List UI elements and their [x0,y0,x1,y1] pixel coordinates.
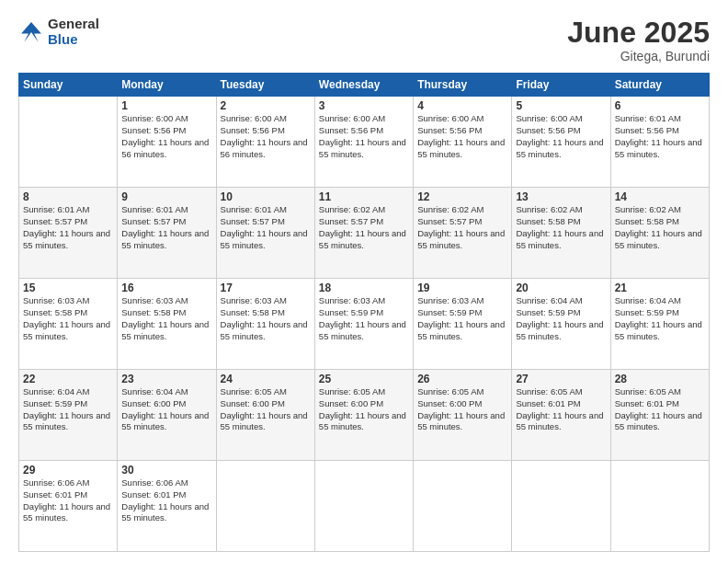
table-cell: 23Sunrise: 6:04 AMSunset: 6:00 PMDayligh… [118,370,216,461]
day-number: 27 [516,373,606,385]
day-info: Sunrise: 6:05 AMSunset: 6:00 PMDaylight:… [319,386,409,433]
day-info: Sunrise: 6:02 AMSunset: 5:57 PMDaylight:… [319,204,409,251]
table-cell [19,97,118,188]
week-row-4: 22Sunrise: 6:04 AMSunset: 5:59 PMDayligh… [19,370,710,461]
day-info: Sunrise: 6:03 AMSunset: 5:59 PMDaylight:… [417,295,507,342]
week-row-5: 29Sunrise: 6:06 AMSunset: 6:01 PMDayligh… [19,461,710,552]
logo-general: General [48,17,99,32]
title-month: June 2025 [567,17,710,49]
table-cell: 2Sunrise: 6:00 AMSunset: 5:56 PMDaylight… [216,97,314,188]
day-info: Sunrise: 6:02 AMSunset: 5:58 PMDaylight:… [516,204,606,251]
table-cell [414,461,512,552]
day-number: 17 [221,282,311,294]
day-info: Sunrise: 6:03 AMSunset: 5:58 PMDaylight:… [121,295,211,342]
header-row: Sunday Monday Tuesday Wednesday Thursday… [19,74,710,97]
day-info: Sunrise: 6:01 AMSunset: 5:56 PMDaylight:… [615,113,705,160]
day-info: Sunrise: 6:03 AMSunset: 5:59 PMDaylight:… [319,295,409,342]
week-row-1: 1Sunrise: 6:00 AMSunset: 5:56 PMDaylight… [19,97,710,188]
day-number: 19 [417,282,507,294]
table-cell: 28Sunrise: 6:05 AMSunset: 6:01 PMDayligh… [610,370,709,461]
day-number: 23 [121,373,211,385]
table-cell: 3Sunrise: 6:00 AMSunset: 5:56 PMDaylight… [314,97,413,188]
week-row-2: 8Sunrise: 6:01 AMSunset: 5:57 PMDaylight… [19,188,710,279]
day-info: Sunrise: 6:05 AMSunset: 6:00 PMDaylight:… [221,386,311,433]
table-cell: 21Sunrise: 6:04 AMSunset: 5:59 PMDayligh… [610,279,709,370]
day-number: 15 [23,282,113,294]
day-info: Sunrise: 6:01 AMSunset: 5:57 PMDaylight:… [121,204,211,251]
table-cell: 18Sunrise: 6:03 AMSunset: 5:59 PMDayligh… [314,279,413,370]
table-cell: 15Sunrise: 6:03 AMSunset: 5:58 PMDayligh… [19,279,118,370]
day-number: 26 [417,373,507,385]
logo-text: General Blue [48,17,99,47]
day-info: Sunrise: 6:03 AMSunset: 5:58 PMDaylight:… [221,295,311,342]
table-cell: 16Sunrise: 6:03 AMSunset: 5:58 PMDayligh… [118,279,216,370]
day-number: 8 [23,190,113,203]
day-info: Sunrise: 6:05 AMSunset: 6:00 PMDaylight:… [417,386,507,433]
day-number: 30 [121,464,211,477]
day-info: Sunrise: 6:00 AMSunset: 5:56 PMDaylight:… [121,113,211,160]
day-info: Sunrise: 6:03 AMSunset: 5:58 PMDaylight:… [23,295,113,342]
day-number: 25 [319,373,409,385]
day-number: 22 [23,373,113,385]
table-cell: 19Sunrise: 6:03 AMSunset: 5:59 PMDayligh… [414,279,512,370]
day-number: 13 [516,190,606,203]
table-cell: 4Sunrise: 6:00 AMSunset: 5:56 PMDaylight… [414,97,512,188]
col-monday: Monday [118,74,216,97]
table-cell: 12Sunrise: 6:02 AMSunset: 5:57 PMDayligh… [414,188,512,279]
table-cell [512,461,610,552]
day-info: Sunrise: 6:05 AMSunset: 6:01 PMDaylight:… [516,386,606,433]
day-number: 3 [319,99,409,112]
table-cell: 17Sunrise: 6:03 AMSunset: 5:58 PMDayligh… [216,279,314,370]
day-info: Sunrise: 6:04 AMSunset: 5:59 PMDaylight:… [23,386,113,433]
table-cell: 30Sunrise: 6:06 AMSunset: 6:01 PMDayligh… [118,461,216,552]
table-cell: 11Sunrise: 6:02 AMSunset: 5:57 PMDayligh… [314,188,413,279]
day-info: Sunrise: 6:01 AMSunset: 5:57 PMDaylight:… [23,204,113,251]
day-number: 1 [121,99,211,112]
day-number: 21 [615,282,705,294]
day-info: Sunrise: 6:04 AMSunset: 6:00 PMDaylight:… [121,386,211,433]
day-info: Sunrise: 6:02 AMSunset: 5:58 PMDaylight:… [615,204,705,251]
col-saturday: Saturday [610,74,709,97]
table-cell: 24Sunrise: 6:05 AMSunset: 6:00 PMDayligh… [216,370,314,461]
table-cell: 26Sunrise: 6:05 AMSunset: 6:00 PMDayligh… [414,370,512,461]
col-tuesday: Tuesday [216,74,314,97]
day-info: Sunrise: 6:00 AMSunset: 5:56 PMDaylight:… [417,113,507,160]
day-number: 10 [221,190,311,203]
logo-blue: Blue [48,32,99,48]
day-info: Sunrise: 6:05 AMSunset: 6:01 PMDaylight:… [615,386,705,433]
day-info: Sunrise: 6:04 AMSunset: 5:59 PMDaylight:… [615,295,705,342]
table-cell: 13Sunrise: 6:02 AMSunset: 5:58 PMDayligh… [512,188,610,279]
col-thursday: Thursday [414,74,512,97]
table-cell: 14Sunrise: 6:02 AMSunset: 5:58 PMDayligh… [610,188,709,279]
title-location: Gitega, Burundi [567,49,710,63]
day-number: 2 [221,99,311,112]
day-number: 28 [615,373,705,385]
table-cell: 10Sunrise: 6:01 AMSunset: 5:57 PMDayligh… [216,188,314,279]
col-wednesday: Wednesday [314,74,413,97]
week-row-3: 15Sunrise: 6:03 AMSunset: 5:58 PMDayligh… [19,279,710,370]
day-info: Sunrise: 6:00 AMSunset: 5:56 PMDaylight:… [221,113,311,160]
day-info: Sunrise: 6:04 AMSunset: 5:59 PMDaylight:… [516,295,606,342]
svg-marker-0 [21,22,41,42]
table-cell: 25Sunrise: 6:05 AMSunset: 6:00 PMDayligh… [314,370,413,461]
day-number: 9 [121,190,211,203]
day-number: 5 [516,99,606,112]
table-cell [610,461,709,552]
day-number: 4 [417,99,507,112]
logo: General Blue [18,17,99,47]
day-info: Sunrise: 6:06 AMSunset: 6:01 PMDaylight:… [121,477,211,524]
table-cell: 29Sunrise: 6:06 AMSunset: 6:01 PMDayligh… [19,461,118,552]
page: General Blue June 2025 Gitega, Burundi S… [0,0,728,563]
day-number: 16 [121,282,211,294]
day-number: 11 [319,190,409,203]
table-cell: 6Sunrise: 6:01 AMSunset: 5:56 PMDaylight… [610,97,709,188]
day-number: 12 [417,190,507,203]
day-info: Sunrise: 6:00 AMSunset: 5:56 PMDaylight:… [319,113,409,160]
day-info: Sunrise: 6:02 AMSunset: 5:57 PMDaylight:… [417,204,507,251]
table-cell: 9Sunrise: 6:01 AMSunset: 5:57 PMDaylight… [118,188,216,279]
day-info: Sunrise: 6:06 AMSunset: 6:01 PMDaylight:… [23,477,113,524]
table-cell [216,461,314,552]
table-cell: 8Sunrise: 6:01 AMSunset: 5:57 PMDaylight… [19,188,118,279]
day-number: 18 [319,282,409,294]
table-cell: 5Sunrise: 6:00 AMSunset: 5:56 PMDaylight… [512,97,610,188]
